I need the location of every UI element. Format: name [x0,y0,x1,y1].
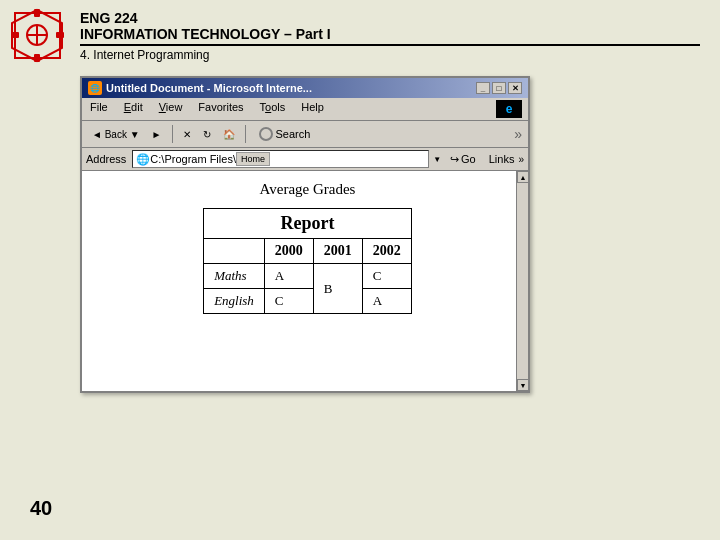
subject-maths: Maths [204,264,265,289]
home-button[interactable]: 🏠 [219,127,239,142]
page-wrapper: ENG 224 INFORMATION TECHNOLOGY – Part I … [0,0,720,540]
table-row-years: 2000 2001 2002 [204,239,412,264]
toolbar: ◄ Back ▼ ► ✕ ↻ 🏠 Search » [82,121,528,148]
back-button[interactable]: ◄ Back ▼ [88,127,144,142]
course-title: ENG 224 INFORMATION TECHNOLOGY – Part I [80,10,700,46]
logo [10,8,70,63]
maximize-button[interactable]: □ [492,82,506,94]
menu-view[interactable]: View [157,100,185,118]
table-row: English C A [204,289,412,314]
subject-english: English [204,289,265,314]
separator-2 [245,125,246,143]
toolbar-more[interactable]: » [514,126,522,142]
address-icon: 🌐 [136,153,150,166]
main-content: 🌐 Untitled Document - Microsoft Interne.… [0,66,720,403]
year-2002: 2002 [362,239,411,264]
title-bar: 🌐 Untitled Document - Microsoft Interne.… [82,78,528,98]
go-button[interactable]: ↪ Go [445,151,481,168]
address-bar: Address 🌐 C:\Program Files\ Home ▼ ↪ Go … [82,148,528,171]
address-value: C:\Program Files\ [150,153,236,165]
ie-logo: e [496,100,522,118]
maths-2001: B [313,264,362,314]
scroll-down-button[interactable]: ▼ [517,379,529,391]
svg-rect-5 [11,32,19,38]
scroll-area: Average Grades Report 2000 2001 2002 [82,171,528,391]
table-row: Maths A B C [204,264,412,289]
table-row-header: Report [204,209,412,239]
menu-help[interactable]: Help [299,100,326,118]
scroll-thumb[interactable] [519,185,526,377]
content-heading: Average Grades [102,181,513,198]
address-dropdown[interactable]: ▼ [433,155,441,164]
refresh-button[interactable]: ↻ [199,127,215,142]
svg-rect-3 [34,9,40,17]
minimize-button[interactable]: _ [476,82,490,94]
links-more[interactable]: » [518,154,524,165]
empty-header-cell [204,239,265,264]
course-subtitle: 4. Internet Programming [80,48,700,62]
search-label: Search [276,128,311,140]
maths-2002: C [362,264,411,289]
separator-1 [172,125,173,143]
year-2000: 2000 [264,239,313,264]
forward-button[interactable]: ► [148,127,166,142]
menu-edit[interactable]: Edit [122,100,145,118]
maths-2000: A [264,264,313,289]
search-icon [259,127,273,141]
english-2002: A [362,289,411,314]
window-title: Untitled Document - Microsoft Interne... [106,82,312,94]
address-label: Address [86,153,126,165]
close-button[interactable]: ✕ [508,82,522,94]
year-2001: 2001 [313,239,362,264]
svg-rect-4 [34,54,40,62]
menu-favorites[interactable]: Favorites [196,100,245,118]
english-2000: C [264,289,313,314]
title-bar-buttons[interactable]: _ □ ✕ [476,82,522,94]
address-field[interactable]: 🌐 C:\Program Files\ Home [132,150,429,168]
grades-table: Report 2000 2001 2002 Maths A B C [203,208,412,314]
stop-button[interactable]: ✕ [179,127,195,142]
home-tab-button[interactable]: Home [236,152,270,166]
browser-content: Average Grades Report 2000 2001 2002 [82,171,528,391]
browser-window: 🌐 Untitled Document - Microsoft Interne.… [80,76,530,393]
links-label: Links [489,153,515,165]
menu-tools[interactable]: Tools [258,100,288,118]
page-number: 40 [30,497,52,520]
scroll-up-button[interactable]: ▲ [517,171,529,183]
menu-bar: File Edit View Favorites Tools Help e [82,98,528,121]
menu-file[interactable]: File [88,100,110,118]
svg-rect-6 [56,32,64,38]
search-button[interactable]: Search [252,124,318,144]
go-label: Go [461,153,476,165]
report-header-cell: Report [204,209,412,239]
title-bar-left: 🌐 Untitled Document - Microsoft Interne.… [88,81,312,95]
header: ENG 224 INFORMATION TECHNOLOGY – Part I … [0,0,720,66]
scrollbar[interactable]: ▲ ▼ [516,171,528,391]
browser-icon: 🌐 [88,81,102,95]
go-arrow-icon: ↪ [450,153,459,166]
